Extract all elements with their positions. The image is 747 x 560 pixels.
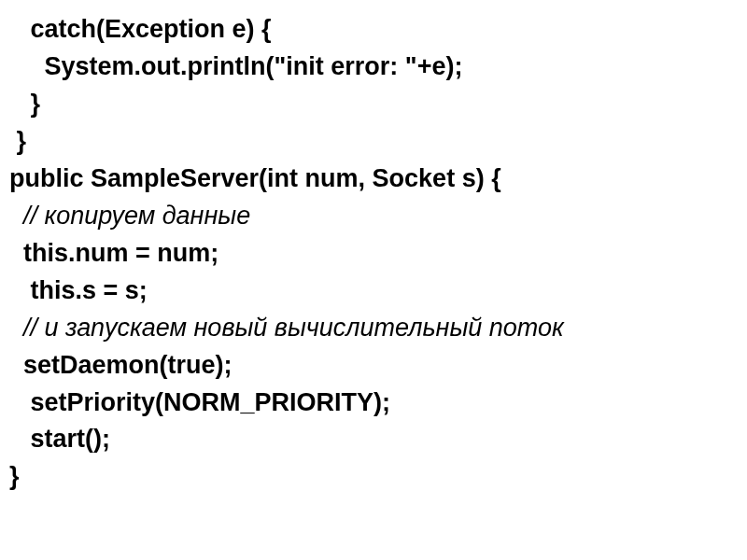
code-comment: // и запускаем новый вычислительный пото… — [9, 310, 738, 347]
code-text: setPriority(NORM_PRIORITY); — [31, 388, 391, 416]
code-indent — [9, 351, 23, 379]
code-line: start(); — [9, 421, 738, 458]
code-text: this.num = num; — [23, 239, 218, 267]
code-indent — [9, 52, 45, 80]
code-indent — [9, 127, 17, 155]
code-line: setPriority(NORM_PRIORITY); — [9, 385, 738, 422]
code-comment: // копируем данные — [9, 198, 738, 235]
code-indent — [9, 314, 23, 342]
code-line: } — [9, 123, 738, 161]
code-indent — [9, 425, 31, 453]
code-text: catch(Exception e) { — [31, 15, 272, 43]
code-indent — [9, 388, 31, 416]
code-line: System.out.println("init error: "+e); — [9, 49, 738, 86]
code-indent — [9, 239, 23, 267]
code-text: setDaemon(true); — [23, 351, 233, 379]
code-text: start(); — [31, 425, 111, 453]
code-indent — [9, 276, 31, 304]
code-indent — [9, 202, 23, 230]
code-text: } — [31, 90, 41, 118]
code-block: catch(Exception e) { System.out.println(… — [9, 11, 738, 496]
code-line: this.s = s; — [9, 273, 738, 310]
code-line: public SampleServer(int num, Socket s) { — [9, 161, 738, 198]
code-text: public SampleServer(int num, Socket s) { — [9, 164, 501, 192]
code-text: this.s = s; — [31, 276, 148, 304]
code-line: } — [9, 86, 738, 123]
code-text: // и запускаем новый вычислительный пото… — [23, 314, 564, 342]
code-indent — [9, 15, 31, 43]
code-line: catch(Exception e) { — [9, 11, 738, 49]
code-line: this.num = num; — [9, 235, 738, 273]
code-line: setDaemon(true); — [9, 347, 738, 385]
code-indent — [9, 90, 31, 118]
code-text: } — [17, 127, 27, 155]
code-text: } — [9, 462, 20, 490]
code-text: // копируем данные — [23, 202, 250, 230]
code-line: } — [9, 458, 738, 496]
code-text: System.out.println("init error: "+e); — [45, 52, 463, 80]
